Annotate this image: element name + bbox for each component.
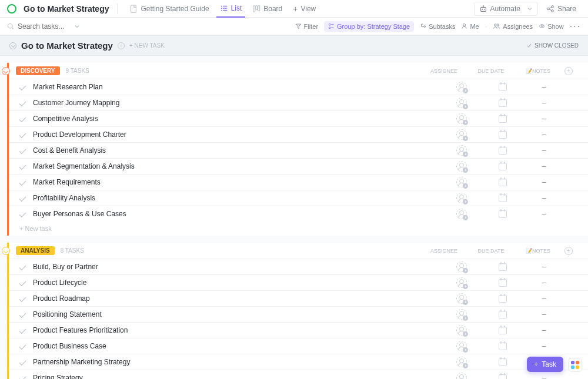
calendar-icon[interactable]	[499, 210, 507, 218]
checkmark-icon[interactable]	[19, 115, 26, 122]
calendar-icon[interactable]	[499, 115, 507, 123]
calendar-icon[interactable]	[499, 295, 507, 303]
new-task-button[interactable]: + NEW TASK	[129, 42, 165, 49]
tab-board[interactable]: Board	[249, 0, 286, 18]
calendar-icon[interactable]	[499, 343, 507, 350]
assignee-placeholder[interactable]: +	[456, 277, 467, 288]
task-row[interactable]: Pricing Strategy + –	[9, 370, 588, 379]
assignee-placeholder[interactable]: +	[456, 113, 467, 124]
group-collapse-icon[interactable]	[2, 67, 10, 75]
task-row[interactable]: Product Development Charter + –	[9, 126, 588, 142]
assignee-placeholder[interactable]: +	[456, 82, 467, 92]
task-row[interactable]: Positioning Statement + –	[9, 306, 588, 322]
info-icon[interactable]: i	[118, 42, 125, 49]
calendar-icon[interactable]	[499, 179, 507, 186]
subtasks-button[interactable]: Subtasks	[420, 23, 455, 30]
notes-cell[interactable]: –	[523, 374, 564, 379]
add-column-button[interactable]: +	[564, 67, 573, 75]
task-row[interactable]: Profitability Analysis + –	[9, 190, 588, 206]
assignee-placeholder[interactable]: +	[456, 193, 467, 203]
checkmark-icon[interactable]	[19, 210, 26, 217]
calendar-icon[interactable]	[499, 163, 507, 170]
collapse-icon[interactable]	[9, 42, 16, 49]
checkmark-icon[interactable]	[19, 263, 26, 270]
group-collapse-icon[interactable]	[2, 247, 10, 255]
calendar-icon[interactable]	[499, 327, 507, 334]
calendar-icon[interactable]	[499, 147, 507, 155]
tab-add-view[interactable]: + View	[289, 0, 319, 18]
checkmark-icon[interactable]	[19, 343, 26, 350]
notes-cell[interactable]: –	[523, 146, 564, 155]
notes-cell[interactable]: –	[523, 162, 564, 170]
checkmark-icon[interactable]	[19, 374, 26, 379]
task-row[interactable]: Market Research Plan + –	[9, 79, 588, 95]
assignee-placeholder[interactable]: +	[456, 373, 467, 379]
notes-cell[interactable]: –	[523, 326, 564, 334]
notes-cell[interactable]: –	[523, 342, 564, 350]
assignee-placeholder[interactable]: +	[456, 309, 467, 320]
checkmark-icon[interactable]	[19, 83, 26, 90]
assignee-placeholder[interactable]: +	[456, 98, 467, 108]
new-task-row[interactable]: + New task	[9, 222, 588, 236]
apps-button[interactable]	[568, 358, 582, 372]
task-row[interactable]: Product Features Prioritization + –	[9, 322, 588, 338]
checkmark-icon[interactable]	[19, 179, 26, 186]
assignee-placeholder[interactable]: +	[456, 261, 467, 272]
notes-cell[interactable]: –	[523, 194, 564, 202]
show-closed-button[interactable]: SHOW CLOSED	[526, 42, 579, 49]
automate-button[interactable]: Automate	[474, 2, 538, 16]
notes-cell[interactable]: –	[523, 99, 564, 107]
checkmark-icon[interactable]	[19, 358, 26, 365]
assignee-placeholder[interactable]: +	[456, 145, 467, 156]
add-column-button[interactable]: +	[564, 247, 573, 255]
checkmark-icon[interactable]	[19, 99, 26, 106]
notes-cell[interactable]: –	[523, 178, 564, 186]
notes-cell[interactable]: –	[523, 210, 564, 218]
assignee-placeholder[interactable]: +	[456, 209, 467, 219]
task-row[interactable]: Market Requirements + –	[9, 174, 588, 190]
calendar-icon[interactable]	[499, 311, 507, 318]
checkmark-icon[interactable]	[19, 311, 26, 318]
more-options-button[interactable]: ···	[570, 21, 581, 32]
search-field[interactable]	[18, 22, 71, 31]
assignee-placeholder[interactable]: +	[456, 161, 467, 172]
checkmark-icon[interactable]	[19, 194, 26, 202]
notes-cell[interactable]: –	[523, 263, 564, 271]
task-row[interactable]: Build, Buy or Partner + –	[9, 259, 588, 274]
calendar-icon[interactable]	[499, 194, 507, 202]
search-input[interactable]	[7, 22, 95, 31]
task-row[interactable]: Product Business Case + –	[9, 338, 588, 354]
assignee-placeholder[interactable]: +	[456, 177, 467, 187]
task-row[interactable]: Competitive Analysis + –	[9, 110, 588, 126]
show-button[interactable]: Show	[539, 23, 564, 30]
calendar-icon[interactable]	[499, 263, 507, 271]
notes-cell[interactable]: –	[523, 115, 564, 123]
notes-cell[interactable]: –	[523, 83, 564, 91]
group-badge[interactable]: ANALYSIS	[16, 246, 55, 255]
assignee-placeholder[interactable]: +	[456, 293, 467, 304]
calendar-icon[interactable]	[499, 358, 507, 366]
checkmark-icon[interactable]	[19, 147, 26, 154]
task-row[interactable]: Market Segmentation & Analysis + –	[9, 158, 588, 174]
filter-button[interactable]: Filter	[295, 23, 318, 30]
checkmark-icon[interactable]	[19, 295, 26, 302]
calendar-icon[interactable]	[499, 131, 507, 139]
calendar-icon[interactable]	[499, 374, 507, 380]
tab-getting-started[interactable]: Getting Started Guide	[126, 0, 212, 18]
checkmark-icon[interactable]	[19, 131, 26, 138]
share-button[interactable]: Share	[542, 2, 581, 15]
tab-list[interactable]: List	[216, 0, 246, 18]
notes-cell[interactable]: –	[523, 130, 564, 139]
calendar-icon[interactable]	[499, 99, 507, 107]
group-badge[interactable]: DISCOVERY	[16, 66, 60, 75]
task-row[interactable]: Product Roadmap + –	[9, 290, 588, 306]
checkmark-icon[interactable]	[19, 279, 26, 286]
assignee-placeholder[interactable]: +	[456, 357, 467, 367]
checkmark-icon[interactable]	[19, 327, 26, 334]
task-row[interactable]: Customer Journey Mapping + –	[9, 95, 588, 110]
assignee-placeholder[interactable]: +	[456, 325, 467, 336]
assignees-button[interactable]: Assignees	[493, 23, 533, 30]
checkmark-icon[interactable]	[19, 163, 26, 170]
calendar-icon[interactable]	[499, 279, 507, 287]
notes-cell[interactable]: –	[523, 310, 564, 318]
